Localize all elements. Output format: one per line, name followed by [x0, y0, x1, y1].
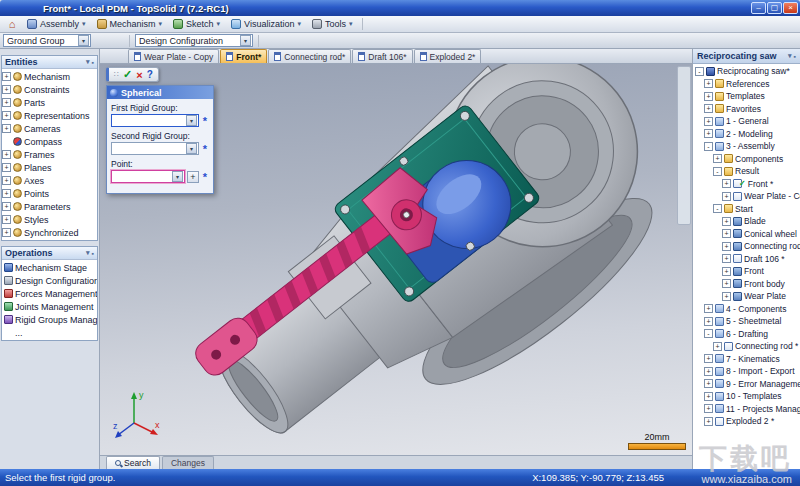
pan-icon[interactable]	[678, 120, 690, 132]
help-icon[interactable]: ?	[147, 69, 153, 80]
add-point-button[interactable]: +	[187, 171, 199, 183]
dialog-title-bar[interactable]: Spherical	[107, 86, 213, 99]
tree-expander[interactable]: +	[722, 217, 731, 226]
project-panel-header[interactable]: Reciprocating saw ▾ ▪	[693, 49, 800, 64]
tab-draft-106[interactable]: Draft 106*	[352, 49, 412, 63]
tree-expander[interactable]: +	[704, 354, 713, 363]
universal-joint-icon[interactable]	[376, 34, 391, 48]
pin-joint-icon[interactable]	[328, 34, 343, 48]
pin-icon[interactable]: ▪	[92, 250, 94, 257]
tree-item[interactable]: + ✓ Blade	[693, 215, 800, 228]
tree-item[interactable]: + ✓ Draft 106 *	[693, 253, 800, 266]
menu-tools[interactable]: Tools ▾	[307, 17, 358, 31]
tree-expander[interactable]: +	[704, 129, 713, 138]
tree-expander[interactable]: +	[704, 379, 713, 388]
tree-expander[interactable]: +	[704, 304, 713, 313]
zoom-window-icon[interactable]	[678, 81, 690, 93]
tree-expander[interactable]: +	[2, 72, 11, 81]
rotate-view-icon[interactable]	[678, 133, 690, 145]
combo-dropdown-icon[interactable]: ▾	[186, 115, 197, 126]
tree-expander[interactable]: +	[722, 292, 731, 301]
tree-expander[interactable]: +	[2, 150, 11, 159]
forces-icon[interactable]	[392, 34, 407, 48]
tree-expander[interactable]: +	[704, 92, 713, 101]
rigid-group-combo[interactable]: ▾	[111, 114, 199, 127]
combo-dropdown-icon[interactable]: ▾	[78, 35, 89, 46]
tree-item[interactable]: + ✓ Wear Plate - Copy	[693, 190, 800, 203]
tree-expander[interactable]: -	[713, 167, 722, 176]
tree-item[interactable]: + ✓ Favorites	[693, 103, 800, 116]
tree-expander[interactable]: +	[713, 342, 722, 351]
tree-item[interactable]: - ✓ Start	[693, 203, 800, 216]
tab-front[interactable]: Front*	[220, 49, 267, 63]
tree-item[interactable]: + ✓ 1 - General	[693, 115, 800, 128]
shaded-view-icon[interactable]	[678, 172, 690, 184]
tree-item[interactable]: + Synchronized	[2, 226, 97, 239]
zoom-in-icon[interactable]	[678, 94, 690, 106]
tab-wear-plate-copy[interactable]: Wear Plate - Copy	[128, 49, 219, 63]
menu-mechanism[interactable]: Mechanism ▾	[92, 17, 168, 31]
tree-expander[interactable]: +	[2, 163, 11, 172]
menu-sketch[interactable]: Sketch ▾	[168, 17, 225, 31]
tree-item[interactable]: + ✓ 7 - Kinematics	[693, 353, 800, 366]
tree-expander[interactable]: -	[695, 67, 704, 76]
tree-expander[interactable]: +	[2, 189, 11, 198]
section-view-icon[interactable]	[415, 17, 430, 31]
tree-expander[interactable]: +	[722, 242, 731, 251]
cam-joint-icon[interactable]	[360, 34, 375, 48]
cancel-icon[interactable]: ×	[136, 69, 142, 81]
tree-item[interactable]: + Planes	[2, 161, 97, 174]
tree-item[interactable]: + ✓ Front *	[693, 178, 800, 191]
operation-item[interactable]: ...	[4, 326, 97, 339]
tab-exploded-2[interactable]: Exploded 2*	[414, 49, 482, 63]
tree-item[interactable]: + Frames	[2, 148, 97, 161]
new-rigid-group-icon[interactable]	[93, 34, 108, 48]
entities-panel-header[interactable]: Entities ▾ ▪	[2, 56, 97, 69]
pin-icon[interactable]: ▪	[794, 53, 796, 60]
combo-dropdown-icon[interactable]: ▾	[240, 35, 251, 46]
tree-expander[interactable]: +	[704, 404, 713, 413]
tree-item[interactable]: + Parts	[2, 96, 97, 109]
tree-expander[interactable]: +	[704, 367, 713, 376]
tree-expander[interactable]: +	[722, 179, 731, 188]
tree-item[interactable]: + ✓ 10 - Templates	[693, 390, 800, 403]
tree-item[interactable]: + ✓ Components	[693, 153, 800, 166]
panel-menu-icon[interactable]: ▾	[788, 52, 792, 60]
tree-item[interactable]: + ✓ 2 - Modeling	[693, 128, 800, 141]
tree-expander[interactable]: +	[2, 124, 11, 133]
tree-expander[interactable]: +	[704, 317, 713, 326]
tab-search[interactable]: Search	[106, 456, 160, 469]
tree-expander[interactable]: +	[722, 279, 731, 288]
slider-joint-icon[interactable]	[312, 34, 327, 48]
help-icon[interactable]	[463, 17, 478, 31]
tree-item[interactable]: Compass	[2, 135, 97, 148]
minimize-button[interactable]: –	[751, 2, 766, 14]
tree-item[interactable]: + Styles	[2, 213, 97, 226]
tree-expander[interactable]: +	[2, 202, 11, 211]
simulation-icon[interactable]	[408, 34, 423, 48]
tree-item[interactable]: - ✓ 3 - Assembly	[693, 140, 800, 153]
operation-item[interactable]: Rigid Groups Management	[4, 313, 97, 326]
operation-item[interactable]: Design Configuration Creation	[4, 274, 97, 287]
tree-expander[interactable]: +	[704, 104, 713, 113]
joint-icon[interactable]	[280, 34, 295, 48]
rigid-group-combo[interactable]: ▾	[111, 170, 185, 183]
combo-dropdown-icon[interactable]: ▾	[172, 171, 183, 182]
library-icon[interactable]	[27, 3, 38, 14]
tree-item[interactable]: + Representations	[2, 109, 97, 122]
tree-expander[interactable]: +	[2, 176, 11, 185]
close-document-icon[interactable]	[102, 49, 114, 63]
spherical-joint-icon[interactable]	[296, 34, 311, 48]
front-view-icon[interactable]	[678, 146, 690, 158]
drag-handle[interactable]: ∷	[114, 70, 119, 79]
tree-expander[interactable]: +	[704, 392, 713, 401]
tree-item[interactable]: + Parameters	[2, 200, 97, 213]
tree-expander[interactable]: +	[704, 117, 713, 126]
tree-item[interactable]: - ✓ 6 - Drafting	[693, 328, 800, 341]
gear-joint-icon[interactable]	[344, 34, 359, 48]
tree-item[interactable]: + ✓ Front	[693, 265, 800, 278]
rigid-group-combo[interactable]: ▾	[111, 142, 199, 155]
save-all-icon[interactable]	[115, 49, 127, 63]
tree-expander[interactable]: +	[2, 98, 11, 107]
confirm-icon[interactable]: ✓	[123, 68, 132, 81]
